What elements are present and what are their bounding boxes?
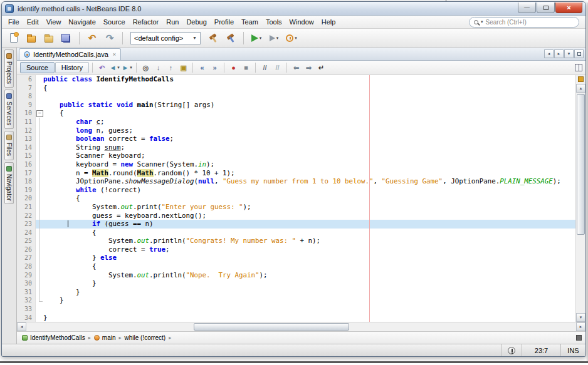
breadcrumb-item[interactable]: while (!correct) bbox=[123, 334, 167, 342]
code-line[interactable]: 25 System.out.println("Congrats! My numb… bbox=[17, 237, 575, 245]
breadcrumb-item[interactable]: main bbox=[93, 334, 117, 342]
line-number[interactable]: 28 bbox=[17, 262, 36, 271]
find-previous-icon[interactable]: ↑ bbox=[165, 62, 177, 74]
last-edit-icon[interactable]: ↶ bbox=[96, 62, 108, 74]
undo-icon[interactable]: ↶ bbox=[84, 31, 100, 46]
clean-build-icon[interactable] bbox=[223, 31, 239, 46]
scroll-up-icon[interactable]: ▲ bbox=[576, 84, 585, 93]
run-project-icon[interactable]: ▾ bbox=[248, 31, 265, 46]
code-line[interactable]: 7{ bbox=[17, 84, 575, 93]
menu-team[interactable]: Team bbox=[238, 16, 262, 28]
stop-macro-icon[interactable]: ■ bbox=[240, 62, 252, 74]
find-next-icon[interactable]: ↓ bbox=[152, 62, 164, 74]
back-icon[interactable]: ◄▾ bbox=[108, 62, 120, 74]
code-line[interactable]: 22 guess = keyboard.nextLong(); bbox=[17, 212, 575, 220]
line-number[interactable]: 22 bbox=[17, 212, 36, 220]
tab-close-icon[interactable]: × bbox=[113, 51, 116, 58]
breadcrumb-corner-icon[interactable] bbox=[576, 335, 582, 341]
sidebar-tab-files[interactable]: Files bbox=[4, 131, 14, 160]
code-line[interactable]: 33 bbox=[17, 305, 575, 314]
source-view-button[interactable]: Source bbox=[20, 62, 55, 73]
sidebar-tab-navigator[interactable]: Navigator bbox=[4, 162, 14, 205]
code-line[interactable]: 14 String snum; bbox=[17, 143, 575, 152]
profile-project-icon[interactable]: ▾ bbox=[283, 31, 300, 46]
code-line[interactable]: 20 { bbox=[17, 194, 575, 203]
code-scroll[interactable]: 6public class IdentifyMethodCalls7{89 pu… bbox=[17, 75, 575, 322]
line-number[interactable]: 7 bbox=[17, 84, 36, 93]
breadcrumb-item[interactable]: IdentifyMethodCalls bbox=[21, 334, 87, 342]
code-line[interactable]: 19 while (!correct) bbox=[17, 186, 575, 195]
maximize-button[interactable] bbox=[537, 3, 555, 13]
editor-tab[interactable]: IdentifyMethodCalls.java × bbox=[19, 48, 121, 60]
code-line[interactable]: 29 System.out.println("Nope. Try Again")… bbox=[17, 271, 575, 280]
menu-source[interactable]: Source bbox=[100, 16, 129, 28]
record-macro-icon[interactable]: ● bbox=[228, 62, 239, 74]
sidebar-tab-projects[interactable]: Projects bbox=[4, 49, 14, 88]
new-project-icon[interactable] bbox=[23, 31, 39, 46]
code-line[interactable]: 10 { bbox=[17, 109, 575, 118]
line-number[interactable]: 23 bbox=[17, 220, 36, 229]
uncomment-icon[interactable]: // bbox=[271, 62, 283, 74]
code-line[interactable]: 31 } bbox=[17, 288, 575, 297]
code-line[interactable]: 32 } bbox=[17, 296, 575, 305]
line-number[interactable]: 31 bbox=[17, 288, 36, 297]
save-all-icon[interactable] bbox=[58, 31, 75, 46]
shift-right-icon[interactable]: ⇒ bbox=[303, 62, 315, 74]
code-line[interactable]: 18 JOptionPane.showMessageDialog(null, "… bbox=[17, 177, 575, 186]
error-stripe-indicator[interactable] bbox=[578, 76, 584, 82]
scroll-right-icon[interactable]: ► bbox=[576, 322, 585, 331]
code-line[interactable]: 12 long n, guess; bbox=[17, 126, 575, 135]
tab-list-icon[interactable]: ▼ bbox=[564, 49, 574, 58]
menu-navigate[interactable]: Navigate bbox=[65, 16, 99, 28]
next-bookmark-icon[interactable]: » bbox=[209, 62, 221, 74]
line-number[interactable]: 20 bbox=[17, 194, 36, 203]
open-project-icon[interactable] bbox=[41, 31, 57, 46]
chevron-down-icon[interactable]: ▾ bbox=[295, 36, 297, 41]
previous-bookmark-icon[interactable]: « bbox=[196, 62, 208, 74]
menu-file[interactable]: File bbox=[4, 16, 23, 28]
chevron-down-icon[interactable]: ▾ bbox=[276, 36, 279, 41]
line-number[interactable]: 24 bbox=[17, 229, 36, 237]
menu-edit[interactable]: Edit bbox=[23, 16, 43, 28]
redo-icon[interactable]: ↷ bbox=[102, 31, 118, 46]
code-line[interactable]: 8 bbox=[17, 92, 575, 101]
menu-window[interactable]: Window bbox=[286, 16, 318, 28]
line-number[interactable]: 29 bbox=[17, 271, 36, 280]
line-number[interactable]: 27 bbox=[17, 254, 36, 262]
comment-icon[interactable]: // bbox=[259, 62, 271, 74]
line-number[interactable]: 9 bbox=[17, 101, 36, 110]
code-line[interactable]: 11 char c; bbox=[17, 118, 575, 126]
line-number[interactable]: 11 bbox=[17, 118, 36, 126]
menu-view[interactable]: View bbox=[43, 16, 65, 28]
code-line[interactable]: 13 boolean correct = false; bbox=[17, 135, 575, 143]
scroll-down-icon[interactable]: ▼ bbox=[576, 313, 585, 322]
code-line[interactable]: 6public class IdentifyMethodCalls bbox=[17, 75, 575, 84]
line-number[interactable]: 14 bbox=[17, 143, 36, 152]
code-line[interactable]: 30 } bbox=[17, 279, 575, 288]
code-line[interactable]: 15 Scanner keyboard; bbox=[17, 152, 575, 160]
close-button[interactable]: × bbox=[555, 3, 582, 13]
code-line[interactable]: 16 keyboard = new Scanner(System.in); bbox=[17, 160, 575, 169]
horizontal-scrollbar[interactable]: ◄ ► bbox=[17, 322, 585, 331]
menu-profile[interactable]: Profile bbox=[211, 16, 238, 28]
fold-toggle-icon[interactable] bbox=[36, 109, 43, 118]
shift-left-icon[interactable]: ⇐ bbox=[290, 62, 302, 74]
vertical-scroll-thumb[interactable] bbox=[577, 94, 585, 235]
menu-refactor[interactable]: Refactor bbox=[129, 16, 163, 28]
code-line[interactable]: 23 if (guess == n) bbox=[17, 220, 575, 229]
code-line[interactable]: 34} bbox=[17, 314, 575, 322]
code-line[interactable]: 24 { bbox=[17, 229, 575, 237]
tab-scroll-left-icon[interactable]: ◄ bbox=[544, 49, 554, 58]
search-input[interactable]: ▾ Search (Ctrl+I) bbox=[469, 17, 579, 28]
line-number[interactable]: 26 bbox=[17, 245, 36, 254]
line-number[interactable]: 30 bbox=[17, 279, 36, 288]
line-number[interactable]: 15 bbox=[17, 152, 36, 160]
code-line[interactable]: 28 { bbox=[17, 262, 575, 271]
horizontal-scroll-thumb[interactable] bbox=[194, 323, 349, 331]
code-line[interactable]: 27 } else bbox=[17, 254, 575, 262]
line-number[interactable]: 21 bbox=[17, 203, 36, 212]
menu-debug[interactable]: Debug bbox=[182, 16, 210, 28]
new-file-icon[interactable] bbox=[6, 31, 22, 46]
tab-scroll-right-icon[interactable]: ► bbox=[554, 49, 564, 58]
line-number[interactable]: 32 bbox=[17, 296, 36, 305]
